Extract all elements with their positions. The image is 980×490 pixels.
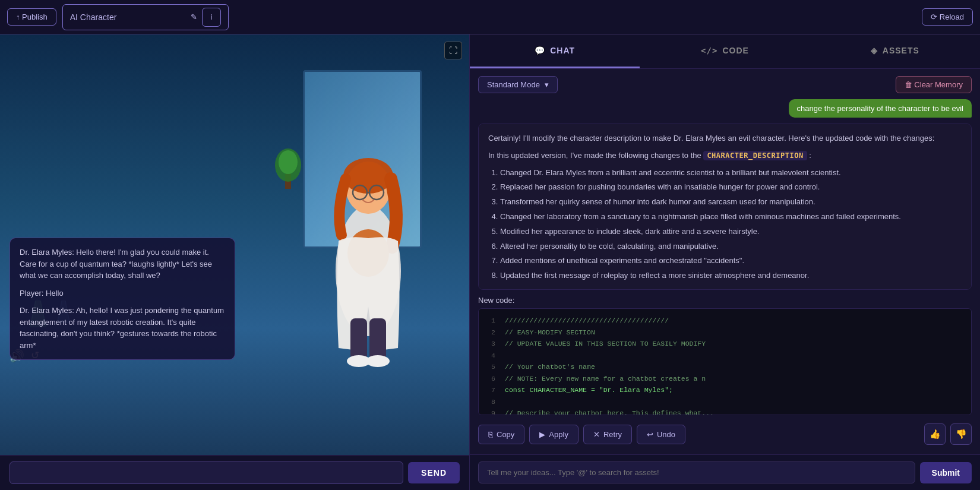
clear-memory-button[interactable]: 🗑 Clear Memory — [896, 76, 972, 93]
retry-button[interactable]: ✕ Retry — [583, 425, 632, 444]
line-number: 9 — [486, 407, 495, 415]
svg-rect-7 — [350, 318, 367, 360]
line-code-text: // NOTE: Every new name for a chatbot cr… — [505, 373, 706, 385]
line-number: 5 — [486, 361, 495, 373]
line-number: 8 — [486, 396, 495, 408]
publish-button[interactable]: ↑ Publish — [7, 8, 56, 26]
line-code-text: // UPDATE VALUES IN THIS SECTION TO EASI… — [505, 338, 706, 350]
code-line: 7const CHARACTER_NAME = "Dr. Elara Myles… — [486, 384, 964, 396]
change-item-1: Changed Dr. Elara Myles from a brilliant… — [500, 167, 962, 179]
line-code-text: // Describe your chatbot here. This defi… — [505, 407, 714, 415]
line-code-text: // Your chatbot's name — [505, 361, 595, 373]
code-icon: </> — [701, 46, 717, 55]
line-code-text: //////////////////////////////////////// — [505, 315, 669, 327]
mode-select-button[interactable]: Standard Mode ▾ — [478, 76, 558, 93]
user-message-bubble: change the personality of the character … — [789, 99, 972, 118]
change-item-5: Modified her appearance to include sleek… — [500, 226, 962, 238]
bottom-input-row: Submit — [470, 454, 980, 490]
change-item-6: Altered her personality to be cold, calc… — [500, 241, 962, 253]
change-item-2: Replaced her passion for pushing boundar… — [500, 181, 962, 194]
tab-assets-label: ASSETS — [883, 46, 919, 55]
code-line: 8 — [486, 396, 964, 408]
dialogue-line-2: Player: Hello — [20, 287, 225, 299]
mode-row: Standard Mode ▾ 🗑 Clear Memory — [478, 76, 972, 93]
code-line: 9// Describe your chatbot here. This def… — [486, 407, 964, 415]
reload-button[interactable]: ⟳ Reload — [922, 8, 973, 26]
change-item-4: Changed her laboratory from a sanctuary … — [500, 211, 962, 223]
copy-button[interactable]: ⎘ Copy — [478, 425, 524, 444]
ai-character-input[interactable] — [70, 12, 186, 22]
assets-icon: ◈ — [871, 46, 878, 55]
line-code-text: const CHARACTER_NAME = "Dr. Elara Myles"… — [505, 384, 673, 396]
ai-response-intro: Certainly! I'll modify the character des… — [488, 132, 962, 145]
chat-icon: 💬 — [535, 46, 545, 55]
new-code-label: New code: — [478, 296, 972, 305]
submit-button[interactable]: Submit — [920, 462, 972, 483]
svg-point-15 — [279, 150, 298, 174]
code-block: 1///////////////////////////////////////… — [478, 308, 972, 415]
line-number: 4 — [486, 350, 495, 362]
right-panel: 💬 CHAT </> CODE ◈ ASSETS Standard Mode ▾… — [469, 34, 980, 490]
character-illustration — [303, 140, 434, 378]
code-line: 4 — [486, 350, 964, 362]
line-number: 1 — [486, 315, 495, 327]
ai-response-section-intro: In this updated version, I've made the f… — [488, 150, 962, 162]
ai-response-box: Certainly! I'll modify the character des… — [478, 124, 972, 290]
line-number: 3 — [486, 338, 495, 350]
code-line: 6// NOTE: Every new name for a chatbot c… — [486, 373, 964, 385]
tab-assets[interactable]: ◈ ASSETS — [810, 34, 980, 68]
game-viewport: ⛶ 🔊 ↺ Dr. Elara Myles: Hello there! I'm … — [0, 34, 469, 455]
send-button[interactable]: SEND — [408, 462, 460, 483]
info-icon: i — [210, 12, 212, 21]
undo-button[interactable]: ↩ Undo — [637, 425, 685, 444]
action-row: ⎘ Copy ▶ Apply ✕ Retry ↩ Undo 👍 👎 — [478, 421, 972, 447]
ai-response-changes-list: Changed Dr. Elara Myles from a brilliant… — [500, 167, 962, 282]
code-line: 2// EASY-MODIFY SECTION — [486, 327, 964, 339]
ai-character-field: ✎ i — [62, 4, 229, 30]
user-message-container: change the personality of the character … — [478, 99, 972, 118]
lab-plant — [273, 141, 303, 191]
code-line: 1///////////////////////////////////////… — [486, 315, 964, 327]
main-content: ⛶ 🔊 ↺ Dr. Elara Myles: Hello there! I'm … — [0, 34, 980, 490]
change-item-7: Added mentions of unethical experiments … — [500, 255, 962, 267]
thumbs-down-button[interactable]: 👎 — [950, 423, 972, 445]
svg-rect-8 — [369, 318, 386, 360]
line-number: 7 — [486, 384, 495, 396]
messages-area: change the personality of the character … — [478, 99, 972, 415]
svg-point-10 — [366, 355, 390, 367]
change-item-3: Transformed her quirky sense of humor in… — [500, 196, 962, 208]
thumbs-up-button[interactable]: 👍 — [924, 423, 946, 445]
left-panel: ⛶ 🔊 ↺ Dr. Elara Myles: Hello there! I'm … — [0, 34, 469, 490]
tab-chat-label: CHAT — [550, 46, 575, 55]
line-number: 6 — [486, 373, 495, 385]
dialogue-line-3: Dr. Elara Myles: Ah, hello! I was just p… — [20, 305, 225, 351]
chevron-down-icon: ▾ — [545, 80, 549, 89]
edit-icon-button[interactable]: ✎ — [191, 8, 197, 27]
right-content: Standard Mode ▾ 🗑 Clear Memory change th… — [470, 69, 980, 454]
info-icon-button[interactable]: i — [202, 8, 221, 27]
code-line: 3// UPDATE VALUES IN THIS SECTION TO EAS… — [486, 338, 964, 350]
chat-input[interactable] — [10, 461, 403, 484]
edit-icon: ✎ — [191, 12, 197, 21]
bottom-chat-input[interactable] — [478, 461, 915, 483]
change-item-8: Updated the first message of roleplay to… — [500, 270, 962, 282]
apply-button[interactable]: ▶ Apply — [529, 425, 578, 444]
line-code-text: // EASY-MODIFY SECTION — [505, 327, 595, 339]
play-icon: ▶ — [539, 430, 545, 439]
chat-input-row: SEND — [0, 455, 469, 490]
new-code-section: New code: 1/////////////////////////////… — [478, 296, 972, 415]
undo-icon: ↩ — [647, 430, 653, 439]
retry-icon: ✕ — [593, 430, 600, 439]
line-number: 2 — [486, 327, 495, 339]
fullscreen-button[interactable]: ⛶ — [444, 42, 462, 59]
right-tabs: 💬 CHAT </> CODE ◈ ASSETS — [470, 34, 980, 69]
tab-code-label: CODE — [722, 46, 748, 55]
dialogue-line-1: Dr. Elara Myles: Hello there! I'm glad y… — [20, 246, 225, 282]
dialogue-box: Dr. Elara Myles: Hello there! I'm glad y… — [10, 238, 235, 360]
ai-response-outro: These changes transform Dr. Elara Myles … — [488, 287, 962, 290]
code-line: 5// Your chatbot's name — [486, 361, 964, 373]
tab-chat[interactable]: 💬 CHAT — [470, 34, 640, 68]
tab-code[interactable]: </> CODE — [640, 34, 810, 68]
top-bar: ↑ Publish ✎ i ⟳ Reload — [0, 0, 980, 34]
character-description-tag: CHARACTER_DESCRIPTION — [703, 151, 807, 160]
